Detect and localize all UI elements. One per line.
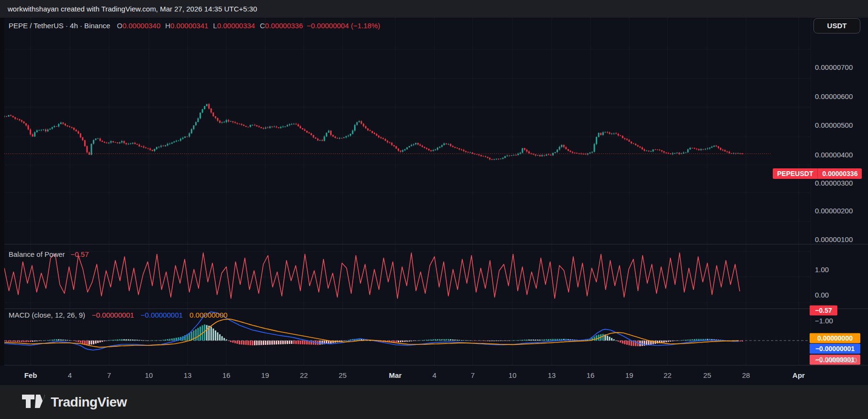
close-label: C [260, 22, 265, 30]
open-value: 0.00000340 [122, 22, 160, 30]
macd-value-badge: 0.00000000 [810, 333, 860, 343]
chart-canvas[interactable] [0, 18, 868, 385]
price-axis-label: 0.00000700 [815, 63, 853, 71]
symbol-title[interactable]: PEPE / TetherUS · 4h · Binance [9, 22, 110, 30]
high-label: H [165, 22, 170, 30]
macd-line-value: −0.00000001 [141, 311, 183, 319]
price-axis-label: 0.00000400 [815, 151, 853, 159]
ohlc-low: L 0.00000334 [213, 22, 255, 30]
attribution-text: workwithshayan created with TradingView.… [8, 5, 257, 13]
price-axis-label: 0.00000200 [815, 207, 853, 215]
bop-value-badge: −0.57 [810, 306, 837, 316]
last-price-badge: PEPEUSDT 0.00000336 [773, 168, 862, 179]
last-price-value: 0.00000336 [818, 168, 862, 179]
macd-hist-value: −0.00000001 [92, 311, 134, 319]
ohlc-close: C 0.00000336 [260, 22, 303, 30]
ohlc-open: O 0.00000340 [117, 22, 160, 30]
bop-axis-label: 1.00 [815, 265, 829, 274]
chart-area[interactable]: PEPE / TetherUS · 4h · Binance O 0.00000… [0, 18, 868, 385]
macd-axis-label: −0.00000020 [815, 356, 857, 364]
symbol-legend: PEPE / TetherUS · 4h · Binance O 0.00000… [9, 22, 380, 30]
tradingview-logo-text: TradingView [51, 395, 127, 410]
attribution-bar: workwithshayan created with TradingView.… [0, 0, 868, 18]
macd-signal-value: 0.00000000 [189, 311, 227, 319]
price-axis-label: 0.00000500 [815, 121, 853, 129]
macd-legend: MACD (close, 12, 26, 9) −0.00000001 −0.0… [9, 311, 227, 319]
bop-value: −0.57 [71, 250, 89, 258]
change-value: −0.00000004 (−1.18%) [307, 22, 380, 30]
last-price-symbol: PEPEUSDT [773, 168, 818, 179]
low-label: L [213, 22, 217, 30]
price-axis-label: 0.00000600 [815, 92, 853, 100]
bop-title[interactable]: Balance of Power [9, 250, 65, 258]
bop-legend: Balance of Power −0.57 [9, 250, 89, 258]
high-value: 0.00000341 [170, 22, 208, 30]
macd-value-badge: −0.00000001 [810, 344, 860, 354]
bop-axis-label: 0.00 [815, 291, 829, 299]
ohlc-high: H 0.00000341 [165, 22, 208, 30]
tradingview-logo-icon [22, 393, 45, 411]
currency-toggle-button[interactable]: USDT [813, 18, 860, 33]
macd-title[interactable]: MACD (close, 12, 26, 9) [9, 311, 85, 319]
left-edge-strip [0, 18, 4, 365]
bop-axis-label: −1.00 [815, 317, 833, 325]
price-axis-label: 0.00000300 [815, 179, 853, 187]
close-value: 0.00000336 [265, 22, 303, 30]
tradingview-logo[interactable]: TradingView [22, 393, 127, 411]
price-axis-label: 0.00000100 [815, 235, 853, 243]
footer-bar [0, 385, 868, 419]
open-label: O [117, 22, 122, 30]
low-value: 0.00000334 [217, 22, 255, 30]
